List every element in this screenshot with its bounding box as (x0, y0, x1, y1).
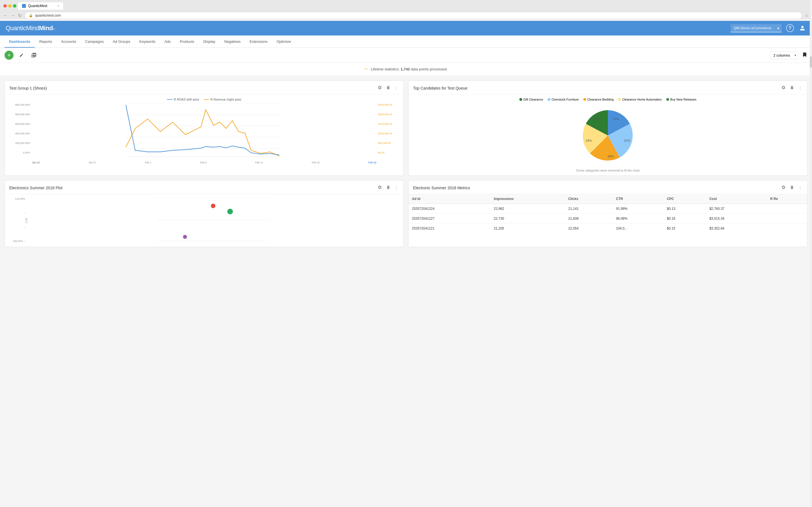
favicon-icon (22, 4, 26, 8)
nav-item-optimize[interactable]: Optimize (272, 36, 296, 48)
nav-item-reports[interactable]: Reports (35, 36, 57, 48)
nav-item-keywords[interactable]: Keywords (135, 36, 160, 48)
legend-overstock: Overstock Furniture (548, 98, 579, 101)
scatter-inner: 110.00% – – 100.00% – CTR (9, 198, 399, 243)
tab-close-button[interactable]: × (57, 4, 59, 8)
nav-item-adgroups[interactable]: Ad Groups (108, 36, 135, 48)
table-header-row: Ad Id Impressions Clicks CTR CPC Cost R … (409, 194, 807, 204)
scatter-y-top: 110.00% (9, 198, 25, 200)
columns-select[interactable]: 2 columns 1 column 3 columns (770, 52, 799, 59)
stats-suffix: data points processed. (411, 67, 448, 71)
bookmark-star-icon[interactable]: ☆ (805, 13, 809, 18)
table-scroll[interactable]: Ad Id Impressions Clicks CTR CPC Cost R … (409, 194, 807, 233)
legend-home-dot (618, 98, 621, 101)
widget4-settings-button[interactable] (781, 184, 786, 191)
browser-tab[interactable]: QuanticMind × (18, 2, 63, 10)
browser-chrome: QuanticMind × ← → ↻ 🔒 quanticmind.com ☆ (0, 0, 812, 19)
widget-metrics-table: Electronic Summer 2018 Metrics ⋮ Ad Id I… (408, 180, 808, 247)
widget3-more-button[interactable]: ⋮ (394, 185, 399, 191)
help-button[interactable]: ? (786, 24, 794, 32)
dot-green[interactable] (13, 4, 16, 8)
nav-item-negatives[interactable]: Negatives (220, 36, 245, 48)
table-body: 253572041224 22,982 21,141 91.99% $0.13 … (409, 204, 807, 233)
url-text: quanticmind.com (35, 13, 798, 17)
pdf-button[interactable] (29, 51, 38, 60)
widget1-body: R ROAS (left axis) R Revenue (right axis… (5, 94, 403, 168)
widget3-title: Electronics Summer 2018 Plot (9, 186, 377, 190)
app-header: QuanticMindMind® QM Demo eCommerce ? (0, 21, 812, 36)
nav-item-display[interactable]: Display (199, 36, 220, 48)
nav-item-dashboards[interactable]: Dashboards (4, 36, 35, 48)
widget1-title: Test Group 1 (Shoes) (9, 86, 377, 91)
dot-red[interactable] (3, 4, 7, 8)
col-cost: Cost (706, 194, 767, 204)
widget4-actions: ⋮ (781, 184, 803, 191)
user-icon[interactable] (799, 24, 806, 32)
widget1-actions: ⋮ (377, 85, 399, 91)
pie-chart-container: 21% 21% 20% 19% 19% (413, 105, 803, 166)
cell-clicks-3: 22,054 (565, 224, 612, 233)
cell-cost-2: $3,515.34 (706, 214, 767, 224)
y-left-3: 400,000.00% (9, 132, 30, 135)
tab-title: QuanticMind (28, 4, 47, 8)
widget3-delete-button[interactable] (386, 184, 391, 191)
edit-button[interactable] (17, 51, 26, 60)
cell-impressions-1: 22,982 (490, 204, 565, 214)
legend-new-label: Buy New Releases (670, 98, 696, 101)
widget3-settings-button[interactable] (377, 184, 383, 191)
pie-pct-3: 20% (608, 155, 614, 158)
widget3-actions: ⋮ (377, 184, 399, 191)
forward-button[interactable]: → (11, 13, 15, 18)
widget4-more-button[interactable]: ⋮ (798, 185, 803, 191)
scrollbar-thumb[interactable] (810, 56, 812, 68)
pie-chart-svg: 21% 21% 20% 19% 19% (577, 105, 639, 166)
pie-pct-2: 21% (624, 139, 630, 142)
cell-impressions-2: 22,730 (490, 214, 565, 224)
widget1-delete-button[interactable] (386, 85, 391, 91)
nav-item-ads[interactable]: Ads (160, 36, 175, 48)
legend-gift-dot (519, 98, 522, 101)
scrollbar[interactable] (810, 0, 812, 251)
table-row: 253572041221 21,205 22,054 104.0... $0.1… (409, 224, 807, 233)
account-selector[interactable]: QM Demo eCommerce (731, 24, 781, 33)
legend-new-dot (666, 98, 669, 101)
table-row: 253572041227 22,730 21,839 96.08% $0.16 … (409, 214, 807, 224)
address-bar[interactable]: 🔒 quanticmind.com (24, 12, 802, 19)
legend-bedding-label: Clearance Bedding (587, 98, 614, 101)
col-impressions: Impressions (490, 194, 565, 204)
widget1-legend: R ROAS (left axis) R Revenue (right axis… (9, 98, 399, 101)
add-button[interactable]: + (4, 51, 13, 60)
line-chart-container: 880,000.00% 800,000.00% 600,000.00% 400,… (9, 103, 399, 165)
back-button[interactable]: ← (3, 13, 8, 18)
logo-text: QuanticMind (6, 24, 39, 32)
dashboard-grid: Test Group 1 (Shoes) ⋮ R ROAS (left axis… (0, 76, 812, 251)
widget3-header: Electronics Summer 2018 Plot ⋮ (5, 180, 403, 194)
cell-ad-id-1: 253572041224 (409, 204, 490, 214)
y-axis-right: $240,000.00 $200,000.00 $150,000.00 $100… (376, 103, 399, 160)
dot-yellow[interactable] (8, 4, 11, 8)
reload-button[interactable]: ↻ (18, 13, 22, 18)
legend-clearance-home: Clearance Home Automation (618, 98, 662, 101)
nav-item-extensions[interactable]: Extensions (245, 36, 272, 48)
col-r-re: R Re (767, 194, 807, 204)
toolbar: + 2 columns 1 column 3 columns (0, 48, 812, 63)
legend-roas-line (167, 99, 172, 100)
table-row: 253572041224 22,982 21,141 91.99% $0.13 … (409, 204, 807, 214)
stats-icon: 〜 (364, 67, 368, 71)
widget1-more-button[interactable]: ⋮ (394, 86, 399, 91)
widget4-delete-button[interactable] (789, 184, 795, 191)
bookmark-icon[interactable] (802, 52, 808, 59)
nav-item-products[interactable]: Products (175, 36, 199, 48)
legend-bedding-dot (583, 98, 586, 101)
widget2-more-button[interactable]: ⋮ (798, 86, 803, 91)
y-left-2: 200,000.00% (9, 142, 30, 145)
widget1-settings-button[interactable] (377, 85, 383, 91)
nav-item-accounts[interactable]: Accounts (57, 36, 81, 48)
widget2-delete-button[interactable] (789, 85, 795, 91)
cell-impressions-3: 21,205 (490, 224, 565, 233)
cell-ctr-1: 91.99% (613, 204, 663, 214)
nav-item-campaigns[interactable]: Campaigns (81, 36, 108, 48)
widget2-settings-button[interactable] (781, 85, 786, 91)
widget4-header: Electronic Summer 2018 Metrics ⋮ (409, 180, 807, 194)
legend-revenue-line (204, 99, 209, 100)
